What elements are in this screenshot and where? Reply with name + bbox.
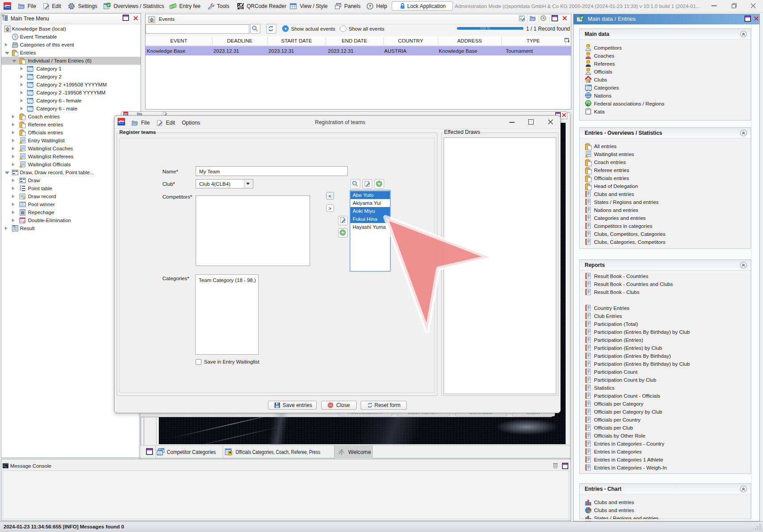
svg-text:?: ? <box>369 4 371 8</box>
